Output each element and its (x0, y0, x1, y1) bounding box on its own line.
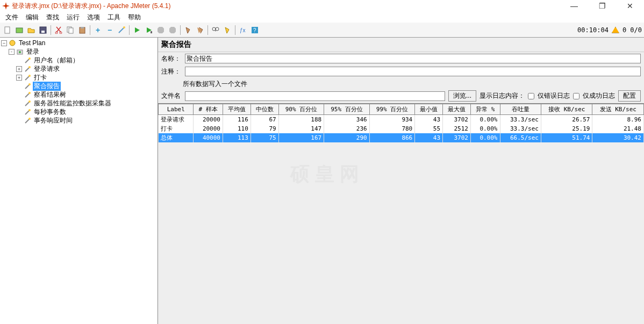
tree-node[interactable]: +登录请求 (1, 64, 156, 73)
clear-current-icon[interactable] (183, 25, 194, 35)
tree-node[interactable]: +打卡 (1, 73, 156, 82)
menu-bar: 文件 编辑 查找 运行 选项 工具 帮助 (0, 12, 644, 23)
menu-edit[interactable]: 编辑 (23, 12, 42, 23)
svg-point-24 (28, 92, 31, 94)
run-icon[interactable] (132, 25, 142, 35)
cut-icon[interactable] (53, 25, 64, 35)
svg-rect-11 (151, 31, 152, 33)
maximize-button[interactable]: ❐ (592, 2, 612, 10)
table-header[interactable]: 95% 百分位 (324, 104, 370, 115)
comment-label: 注释： (161, 67, 182, 76)
svg-point-20 (28, 57, 31, 60)
write-all-label: 所有数据写入一个文件 (158, 78, 644, 89)
table-row[interactable]: 总体40000113751672908664337020.00%66.5/sec… (159, 133, 644, 142)
svg-text:ƒx: ƒx (240, 27, 246, 33)
table-header[interactable]: 异常 % (470, 104, 500, 115)
remove-icon[interactable]: − (104, 25, 115, 35)
shutdown-icon[interactable] (167, 25, 178, 35)
svg-point-27 (28, 118, 31, 120)
success-only-label: 仅成功日志 (583, 91, 615, 100)
svg-point-26 (28, 109, 31, 111)
svg-text:?: ? (253, 27, 256, 33)
name-input[interactable] (185, 54, 641, 63)
config-button[interactable]: 配置 (618, 90, 641, 102)
svg-point-21 (28, 66, 31, 68)
showlog-label: 显示日志内容： (480, 91, 525, 100)
tree-node[interactable]: 用户名（邮箱） (1, 56, 156, 64)
tree-node[interactable]: 事务响应时间 (1, 116, 156, 125)
help-icon[interactable]: ? (249, 25, 260, 35)
table-header[interactable]: Label (159, 104, 194, 115)
save-icon[interactable] (38, 25, 48, 35)
templates-icon[interactable] (14, 25, 25, 35)
close-button[interactable]: ✕ (620, 2, 640, 10)
svg-rect-7 (69, 28, 73, 33)
paste-icon[interactable] (77, 25, 88, 35)
aggregate-table: Label# 样本平均值中位数90% 百分位95% 百分位99% 百分位最小值最… (158, 104, 644, 142)
search-icon[interactable] (210, 25, 221, 35)
panel-title: 聚合报告 (158, 38, 644, 52)
window-title: 登录请求.jmx (D:\登录请求.jmx) - Apache JMeter (… (12, 2, 564, 11)
table-row[interactable]: 登录请求20000116671883469344337020.00%33.3/s… (159, 115, 644, 125)
run-counter: 0 0/0 (622, 26, 642, 34)
toolbar: + − ƒx ? 00:10:04 0 0/0 (0, 23, 644, 38)
copy-icon[interactable] (65, 25, 76, 35)
stop-icon[interactable] (155, 25, 166, 35)
table-header[interactable]: 99% 百分位 (369, 104, 415, 115)
svg-point-23 (28, 83, 31, 85)
err-only-check[interactable] (528, 93, 534, 99)
table-header[interactable]: 最小值 (415, 104, 443, 115)
filename-input[interactable] (185, 91, 445, 101)
svg-rect-1 (16, 28, 23, 33)
table-header[interactable]: 发送 KB/sec (592, 104, 644, 115)
menu-run[interactable]: 运行 (63, 12, 83, 23)
menu-tools[interactable]: 工具 (104, 12, 124, 23)
clear-all-icon[interactable] (195, 25, 205, 35)
tree-root[interactable]: − Test Plan (1, 39, 156, 47)
tree-node[interactable]: 每秒事务数 (1, 107, 156, 116)
new-icon[interactable] (2, 25, 13, 35)
report-panel: 聚合报告 名称： 注释： 所有数据写入一个文件 文件名 浏览... 显示日志内容… (158, 38, 644, 324)
svg-rect-0 (5, 27, 10, 33)
table-header[interactable]: 吞吐量 (500, 104, 541, 115)
tree-node[interactable]: -登录 (1, 47, 156, 56)
comment-input[interactable] (185, 67, 641, 76)
minimize-button[interactable]: — (564, 2, 584, 10)
menu-options[interactable]: 选项 (84, 12, 103, 23)
table-header[interactable]: 最大值 (443, 104, 471, 115)
menu-search[interactable]: 查找 (43, 12, 62, 23)
table-header[interactable]: 中位数 (251, 104, 278, 115)
svg-point-13 (216, 27, 219, 31)
svg-point-12 (212, 27, 216, 31)
table-row[interactable]: 打卡20000110791472367805525120.00%33.3/sec… (159, 124, 644, 133)
svg-point-22 (28, 75, 31, 77)
menu-file[interactable]: 文件 (2, 12, 22, 23)
svg-point-25 (28, 100, 31, 103)
tree-node[interactable]: 聚合报告 (1, 82, 156, 90)
window-titlebar: 登录请求.jmx (D:\登录请求.jmx) - Apache JMeter (… (0, 0, 644, 12)
browse-button[interactable]: 浏览... (448, 90, 476, 102)
svg-point-19 (19, 51, 21, 53)
tree-node[interactable]: 服务器性能监控数据采集器 (1, 99, 156, 107)
name-label: 名称： (161, 54, 182, 63)
table-header[interactable]: 平均值 (223, 104, 251, 115)
warning-icon[interactable] (612, 27, 619, 33)
run-noTimers-icon[interactable] (144, 25, 154, 35)
elapsed-time: 00:10:04 (577, 26, 609, 34)
wand-icon[interactable] (116, 25, 127, 35)
reset-search-icon[interactable] (222, 25, 233, 35)
tree-node[interactable]: 察看结果树 (1, 90, 156, 99)
open-icon[interactable] (26, 25, 37, 35)
add-icon[interactable]: + (92, 25, 103, 35)
tree-panel: − Test Plan -登录用户名（邮箱）+登录请求+打卡聚合报告察看结果树服… (0, 38, 158, 324)
svg-point-10 (123, 26, 125, 28)
table-header[interactable]: 接收 KB/sec (541, 104, 592, 115)
function-helper-icon[interactable]: ƒx (238, 25, 248, 35)
svg-rect-3 (41, 31, 45, 33)
app-icon (2, 2, 10, 10)
menu-help[interactable]: 帮助 (125, 12, 144, 23)
err-only-label: 仅错误日志 (538, 91, 570, 100)
table-header[interactable]: # 样本 (194, 104, 223, 115)
table-header[interactable]: 90% 百分位 (278, 104, 324, 115)
success-only-check[interactable] (573, 93, 579, 99)
